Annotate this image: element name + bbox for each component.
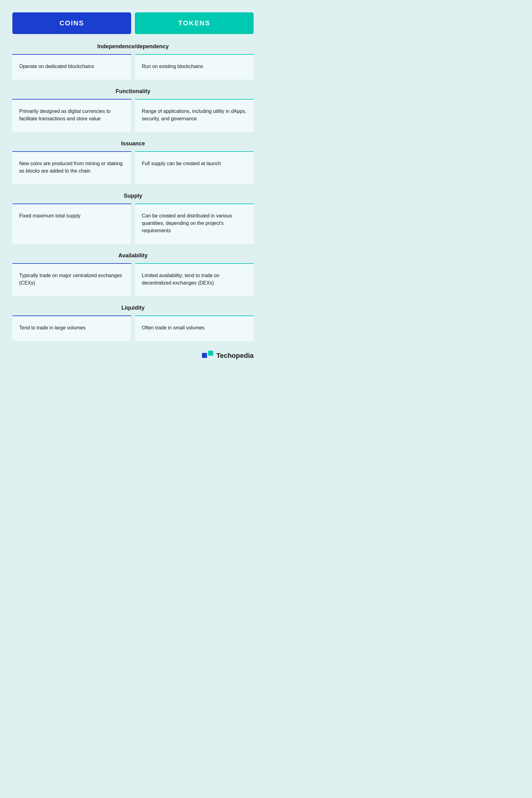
tokens-cell-issuance: Full supply can be created at launch [135,151,254,184]
category-section-functionality: FunctionalityPrimarily designed as digit… [12,88,254,132]
tokens-label: TOKENS [178,19,210,27]
category-section-supply: SupplyFixed maximum total supplyCan be c… [12,193,254,244]
header-coins: COINS [12,12,131,34]
category-section-independence: Independence/dependencyOperate on dedica… [12,43,254,79]
category-section-availability: AvailabilityTypically trade on major cen… [12,252,254,296]
data-row-availability: Typically trade on major centralized exc… [12,263,254,296]
tokens-cell-supply: Can be created and distributed in variou… [135,204,254,244]
category-title-supply: Supply [12,193,254,201]
categories-container: Independence/dependencyOperate on dedica… [12,43,254,341]
header-tokens: TOKENS [135,12,254,34]
logo-row: Techopedia [12,350,254,361]
category-section-liquidity: LiquidityTend to trade in large volumesO… [12,305,254,341]
comparison-table: COINS TOKENS Independence/dependencyOper… [12,12,254,361]
data-row-supply: Fixed maximum total supplyCan be created… [12,204,254,244]
data-row-issuance: New coins are produced from mining or st… [12,151,254,184]
coins-cell-independence: Operate on dedicated blockchains [12,54,131,79]
tokens-cell-availability: Limited availability; tend to trade on d… [135,263,254,296]
logo-text: Techopedia [216,352,254,360]
category-title-independence: Independence/dependency [12,43,254,51]
tokens-cell-independence: Run on existing blockchains [135,54,254,79]
category-title-availability: Availability [12,252,254,260]
coins-cell-supply: Fixed maximum total supply [12,204,131,244]
coins-label: COINS [59,19,84,27]
svg-rect-1 [208,351,213,356]
category-title-functionality: Functionality [12,88,254,96]
data-row-liquidity: Tend to trade in large volumesOften trad… [12,316,254,341]
category-title-liquidity: Liquidity [12,305,254,312]
techopedia-icon [202,350,213,361]
coins-cell-functionality: Primarily designed as digital currencies… [12,99,131,132]
tokens-cell-functionality: Range of applications, including utility… [135,99,254,132]
coins-cell-availability: Typically trade on major centralized exc… [12,263,131,296]
data-row-independence: Operate on dedicated blockchainsRun on e… [12,54,254,79]
category-title-issuance: Issuance [12,140,254,148]
header-row: COINS TOKENS [12,12,254,34]
tokens-cell-liquidity: Often trade in small volumes [135,316,254,341]
coins-cell-liquidity: Tend to trade in large volumes [12,316,131,341]
svg-rect-0 [202,353,207,358]
data-row-functionality: Primarily designed as digital currencies… [12,99,254,132]
category-section-issuance: IssuanceNew coins are produced from mini… [12,140,254,184]
coins-cell-issuance: New coins are produced from mining or st… [12,151,131,184]
